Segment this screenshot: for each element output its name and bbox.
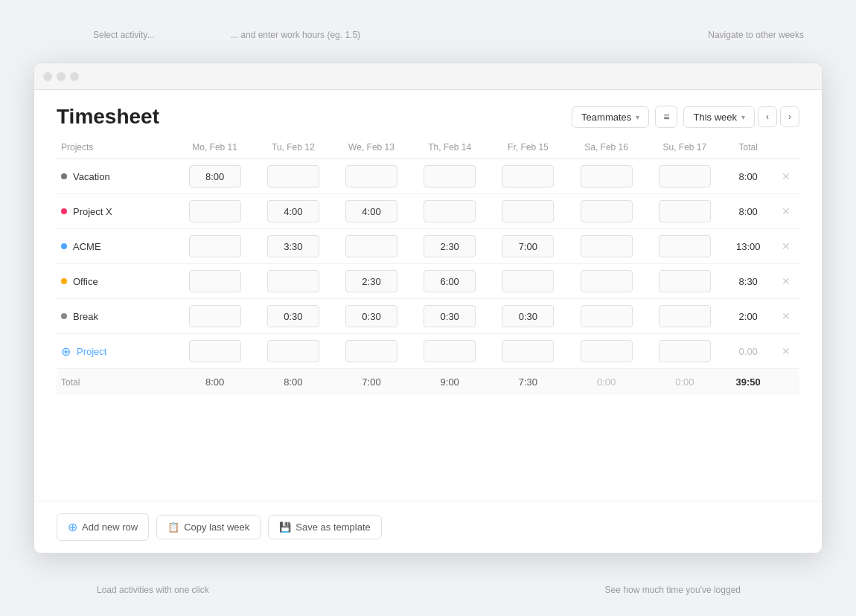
this-week-chevron-icon: ▾ [741, 113, 745, 121]
add-new-row-button[interactable]: ⊕ Add new row [57, 513, 149, 541]
time-input-sun[interactable] [659, 270, 711, 292]
time-input-sat[interactable] [581, 340, 633, 362]
time-input-sat[interactable] [581, 165, 633, 187]
time-input-sat[interactable] [581, 235, 633, 257]
time-input-wed[interactable] [345, 165, 397, 187]
time-input-fri[interactable] [502, 200, 554, 222]
page-title: Timesheet [57, 105, 572, 129]
time-input-thu[interactable] [424, 340, 476, 362]
teammates-label: Teammates [581, 112, 631, 123]
time-input-tue[interactable] [267, 305, 319, 327]
add-project-icon[interactable]: ⊕ [61, 344, 71, 359]
total-sat: 0:00 [567, 369, 645, 396]
time-input-fri[interactable] [502, 165, 554, 187]
add-project-row: ⊕ Project 0.00 ✕ [57, 334, 799, 369]
save-template-button[interactable]: 💾 Save as template [268, 515, 381, 539]
time-input-thu[interactable] [424, 305, 476, 327]
remove-row-button[interactable]: ✕ [776, 272, 796, 290]
time-input-sun[interactable] [659, 200, 711, 222]
annotation-navigate: Navigate to other weeks [708, 30, 804, 40]
row-total: 8:30 [724, 264, 773, 299]
time-input-tue[interactable] [267, 270, 319, 292]
time-input-thu[interactable] [424, 270, 476, 292]
time-input-fri[interactable] [502, 270, 554, 292]
save-template-label: Save as template [296, 522, 370, 533]
time-input-sun[interactable] [659, 305, 711, 327]
annotation-enter: ... and enter work hours (eg. 1.5) [231, 30, 360, 40]
table-row: Vacation 8:00 ✕ [57, 159, 799, 194]
table-row: Office 8:30 ✕ [57, 264, 799, 299]
table-header-row: Projects Mo, Feb 11 Tu, Feb 12 We, Feb 1… [57, 136, 799, 159]
col-fri: Fr, Feb 15 [489, 136, 567, 159]
app-header: Timesheet Teammates ▾ ≡ This week ▾ ‹ › [34, 90, 822, 136]
next-week-button[interactable]: › [780, 106, 799, 127]
time-input-mon[interactable] [189, 165, 241, 187]
prev-week-button[interactable]: ‹ [758, 106, 777, 127]
time-input-thu[interactable] [424, 200, 476, 222]
time-input-fri[interactable] [502, 235, 554, 257]
header-controls: Teammates ▾ ≡ This week ▾ ‹ › [572, 106, 799, 128]
col-projects: Projects [57, 136, 176, 159]
remove-row-button[interactable]: ✕ [776, 307, 796, 325]
remove-row-button[interactable]: ✕ [776, 167, 796, 185]
this-week-label: This week [693, 112, 737, 123]
annotation-select: Select activity... [93, 30, 154, 40]
remove-row-button[interactable]: ✕ [776, 342, 796, 360]
time-input-sun[interactable] [659, 165, 711, 187]
project-dot [61, 208, 67, 214]
time-input-thu[interactable] [424, 165, 476, 187]
col-thu: Th, Feb 14 [411, 136, 489, 159]
browser-chrome [34, 63, 822, 90]
col-tue: Tu, Feb 12 [254, 136, 332, 159]
copy-last-week-button[interactable]: 📋 Copy last week [156, 515, 261, 539]
time-input-mon[interactable] [189, 235, 241, 257]
time-input-sat[interactable] [581, 270, 633, 292]
add-icon: ⊕ [68, 520, 77, 534]
time-input-mon[interactable] [189, 270, 241, 292]
teammates-dropdown[interactable]: Teammates ▾ [572, 106, 649, 128]
time-input-tue[interactable] [267, 165, 319, 187]
grand-total: 39:50 [724, 369, 773, 396]
teammates-chevron-icon: ▾ [636, 113, 639, 121]
time-input-thu[interactable] [424, 235, 476, 257]
time-input-mon[interactable] [189, 305, 241, 327]
time-input-wed[interactable] [345, 305, 397, 327]
time-input-tue[interactable] [267, 235, 319, 257]
remove-row-button[interactable]: ✕ [776, 202, 796, 220]
col-total: Total [724, 136, 773, 159]
this-week-dropdown[interactable]: This week ▾ [683, 106, 755, 128]
time-input-sat[interactable] [581, 305, 633, 327]
add-new-row-label: Add new row [82, 522, 138, 533]
time-input-tue[interactable] [267, 340, 319, 362]
row-total: 8:00 [724, 159, 773, 194]
time-input-fri[interactable] [502, 305, 554, 327]
col-mon: Mo, Feb 11 [176, 136, 254, 159]
project-name: Break [73, 311, 98, 322]
total-tue: 8:00 [254, 369, 332, 396]
list-icon: ≡ [663, 111, 669, 123]
time-input-wed[interactable] [345, 235, 397, 257]
table-row: Break 2:00 ✕ [57, 299, 799, 334]
time-input-wed[interactable] [345, 200, 397, 222]
remove-row-button[interactable]: ✕ [776, 237, 796, 255]
time-input-mon[interactable] [189, 340, 241, 362]
row-total: 13:00 [724, 229, 773, 264]
time-input-fri[interactable] [502, 340, 554, 362]
time-input-wed[interactable] [345, 270, 397, 292]
time-input-sun[interactable] [659, 235, 711, 257]
add-project-label[interactable]: Project [77, 346, 106, 357]
time-input-sun[interactable] [659, 340, 711, 362]
list-view-button[interactable]: ≡ [655, 106, 677, 128]
save-icon: 💾 [279, 522, 291, 533]
time-input-sat[interactable] [581, 200, 633, 222]
time-input-mon[interactable] [189, 200, 241, 222]
project-name: ACME [73, 241, 101, 252]
project-dot [61, 313, 67, 319]
annotation-load: Load activities with one click [97, 585, 209, 595]
time-table: Projects Mo, Feb 11 Tu, Feb 12 We, Feb 1… [57, 136, 799, 395]
time-input-tue[interactable] [267, 200, 319, 222]
browser-window: Timesheet Teammates ▾ ≡ This week ▾ ‹ › [33, 62, 823, 554]
project-dot [61, 243, 67, 249]
time-input-wed[interactable] [345, 340, 397, 362]
col-wed: We, Feb 13 [332, 136, 410, 159]
